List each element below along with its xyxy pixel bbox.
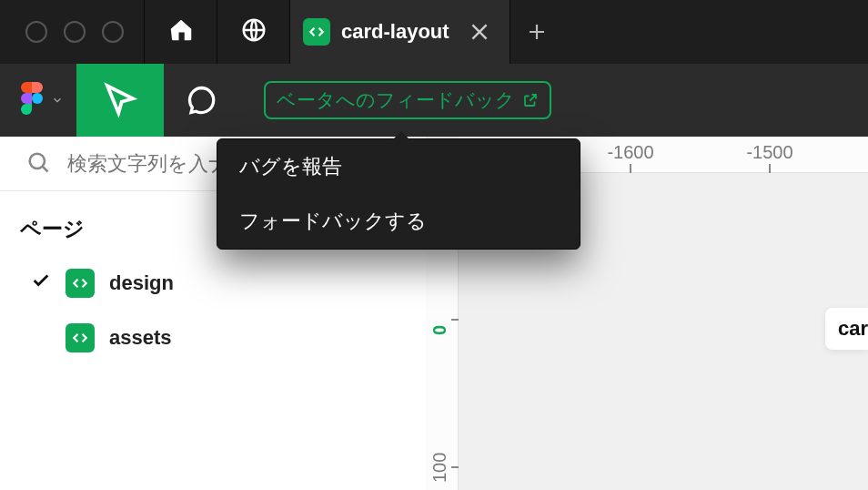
window-close-button[interactable] xyxy=(25,21,47,43)
code-icon xyxy=(66,323,95,352)
globe-icon xyxy=(240,16,267,47)
feedback-menu-item-1[interactable]: フォードバックする xyxy=(217,194,580,249)
ruler-mark: 100 xyxy=(429,453,450,483)
figma-logo-icon xyxy=(20,80,44,120)
artboard-label[interactable]: car xyxy=(825,308,868,350)
ruler-mark: 0 xyxy=(429,325,450,335)
file-tab-active[interactable]: card-layout xyxy=(289,0,510,64)
new-tab-button[interactable] xyxy=(510,0,564,64)
move-tool-button[interactable] xyxy=(76,64,164,137)
close-icon xyxy=(468,20,491,44)
page-item-design[interactable]: design xyxy=(0,256,426,311)
home-icon xyxy=(167,16,195,47)
window-zoom-button[interactable] xyxy=(102,21,124,43)
file-tab-label: card-layout xyxy=(341,20,449,44)
ruler-tick xyxy=(451,466,459,468)
toolbar: ベータへのフィードバック xyxy=(0,64,868,137)
ruler-mark: -1600 xyxy=(607,142,653,163)
window-controls xyxy=(0,21,144,43)
search-icon xyxy=(25,149,51,179)
app-menu-button[interactable] xyxy=(0,64,76,137)
close-tab-button[interactable] xyxy=(468,20,491,44)
titlebar: card-layout xyxy=(0,0,868,64)
beta-feedback-menu: バグを報告フォードバックする xyxy=(217,138,580,250)
cursor-icon xyxy=(101,81,139,119)
feedback-menu-item-0[interactable]: バグを報告 xyxy=(217,139,580,194)
comment-tool-button[interactable] xyxy=(164,64,240,137)
page-item-assets[interactable]: assets xyxy=(0,311,426,365)
code-icon xyxy=(66,269,95,298)
page-name: assets xyxy=(109,326,172,350)
speech-bubble-icon xyxy=(186,84,218,117)
ruler-tick xyxy=(630,164,631,173)
svg-point-2 xyxy=(30,153,45,168)
home-tab[interactable] xyxy=(144,0,217,64)
chevron-down-icon xyxy=(51,94,64,107)
code-icon xyxy=(303,18,330,46)
plus-icon xyxy=(526,21,548,43)
page-list: design assets xyxy=(0,256,426,365)
ruler-mark: -1500 xyxy=(746,142,792,163)
window-minimize-button[interactable] xyxy=(64,21,86,43)
external-link-icon xyxy=(522,92,539,108)
ruler-tick xyxy=(769,164,771,173)
beta-feedback-label: ベータへのフィードバック xyxy=(277,87,515,113)
community-tab[interactable] xyxy=(217,0,289,64)
beta-feedback-button[interactable]: ベータへのフィードバック xyxy=(264,81,551,119)
check-icon xyxy=(31,271,51,296)
ruler-tick xyxy=(451,319,459,321)
svg-point-1 xyxy=(32,93,43,104)
page-name: design xyxy=(109,271,174,295)
